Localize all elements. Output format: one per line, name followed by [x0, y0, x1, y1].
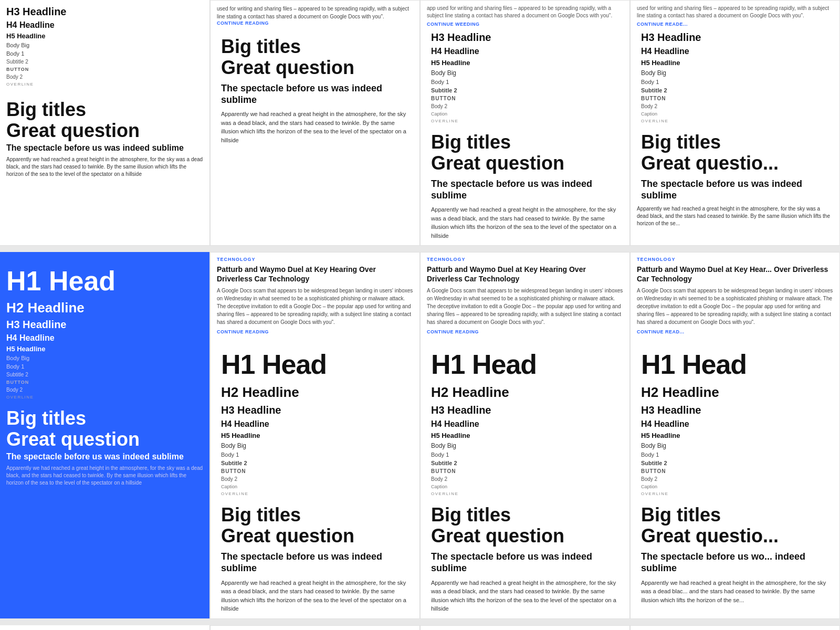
- row2-col3-caption: Caption: [421, 483, 629, 490]
- row2-col2-bodyBig: Body Big: [211, 440, 419, 450]
- row2-col2-specBody: Apparently we had reached a great height…: [211, 576, 419, 618]
- row1-col4-caption: Caption: [631, 110, 839, 118]
- row1-col3-bigTitles: Big titles: [421, 127, 629, 153]
- row2-col2-h2: H2 Headline: [211, 381, 419, 402]
- row1-col3-h3: H3 Headline: [421, 29, 629, 45]
- row2-col4-body2: Body 2: [631, 475, 839, 483]
- row1-col4-h4: H4 Headline: [631, 45, 839, 57]
- row1-col4-btn: BUTTON: [631, 94, 839, 102]
- row2-col2-h5: H5 Headline: [211, 430, 419, 440]
- row1-col4-sub2: Subtitle 2: [631, 86, 839, 94]
- row3-col4-card: TECHNOLOGY Patturb and Waymo Duel at Key…: [630, 625, 840, 630]
- row2-col4-bigTitles: Big titles: [631, 499, 839, 526]
- row1-col3-greatQ: Great question: [421, 153, 629, 176]
- row1-col3-h5: H5 Headline: [421, 57, 629, 68]
- row1-col4-specBody: Apparently we had reached a great height…: [631, 203, 839, 233]
- row1-col4-greatQ: Great questio...: [631, 153, 839, 176]
- row1-col3-h4: H4 Headline: [421, 45, 629, 57]
- row2-col4-specBody: Apparently we had reached a great height…: [631, 576, 839, 610]
- row2-col1-button: BUTTON: [6, 379, 203, 386]
- row2-col2-continue[interactable]: CONTINUE READING: [211, 329, 419, 340]
- row3-col2-category: TECHNOLOGY: [211, 626, 419, 630]
- row1-col1-h4: H4 Headline: [6, 19, 203, 31]
- row1-col4-h5: H5 Headline: [631, 57, 839, 68]
- row2-col3-specHead: The spectacle before us was indeed subli…: [421, 548, 629, 576]
- row2-col2-title: Patturb and Waymo Duel at Key Hearing Ov…: [211, 265, 419, 287]
- row2-col1-body1: Body 1: [6, 362, 203, 371]
- row1-col3-body1: Body 1: [421, 78, 629, 86]
- row2-col3-continue[interactable]: CONTINUE READING: [421, 329, 629, 340]
- row2-col4-greatQ: Great questio...: [631, 526, 839, 549]
- row3-col2-card: TECHNOLOGY Patturb and Waymo Duel at Key…: [210, 625, 420, 630]
- row2-col4-body1: Body 1: [631, 450, 839, 459]
- row2-col4-category: TECHNOLOGY: [631, 253, 839, 265]
- row2-col4-sub2: Subtitle 2: [631, 459, 839, 467]
- row1-col3-sub2: Subtitle 2: [421, 86, 629, 94]
- row2-col4-h5: H5 Headline: [631, 430, 839, 440]
- row2-col2-h3: H3 Headline: [211, 402, 419, 417]
- row2-col2-category: TECHNOLOGY: [211, 253, 419, 265]
- row2-col4-overline: OVERLINE: [631, 490, 839, 499]
- row1-col1-body2: Body 2: [6, 73, 203, 81]
- row1-col2-continue[interactable]: CONTINUE READING: [211, 20, 419, 31]
- row-divider-1: [0, 246, 840, 252]
- row2-col3-category: TECHNOLOGY: [421, 253, 629, 265]
- row2-col1-specBody: Apparently we had reached a great height…: [6, 464, 203, 490]
- row2-col3-sub2: Subtitle 2: [421, 459, 629, 467]
- row2-col1-h5: H5 Headline: [6, 344, 203, 354]
- row2-col3-body2: Body 2: [421, 475, 629, 483]
- row1-col3-btn: BUTTON: [421, 94, 629, 102]
- row1-col2-bigTitles: Big titles: [211, 31, 419, 57]
- row2-col4-caption: Caption: [631, 483, 839, 490]
- row2-col4-continue[interactable]: CONTINUE READ...: [631, 329, 839, 340]
- row2-col2-h1: H1 Head: [211, 340, 419, 381]
- row1-col3-specBody: Apparently we had reached a great height…: [421, 203, 629, 245]
- row2-col1-h3: H3 Headline: [6, 317, 203, 332]
- row2-col4-bodyBig: Body Big: [631, 440, 839, 450]
- row3-col1-partial: H1 Head H2 Headline H3 Headline H4 Headl…: [0, 625, 210, 630]
- row2-col3-btn: BUTTON: [421, 467, 629, 475]
- row2-col3-body1: Body 1: [421, 450, 629, 459]
- row1-col3-card: app used for writing and sharing files –…: [420, 0, 630, 246]
- row1-col3-overline: OVERLINE: [421, 118, 629, 127]
- row2-col2-greatQ: Great question: [211, 526, 419, 549]
- row1-col1-bigTitles: Big titles: [6, 95, 203, 120]
- row1-col1-specBody: Apparently we had reached a great height…: [6, 155, 203, 181]
- row1-col4-h3: H3 Headline: [631, 29, 839, 45]
- row2-col2-card: TECHNOLOGY Patturb and Waymo Duel at Key…: [210, 252, 420, 618]
- row2-col1-specHead: The spectacle before us was indeed subli…: [6, 449, 203, 464]
- row2-col1-greatQ: Great question: [6, 429, 203, 450]
- row2-col3-specBody: Apparently we had reached a great height…: [421, 576, 629, 618]
- row1-col2-specHead: The spectacle before us was indeed subli…: [211, 80, 419, 108]
- row2-col4-card: TECHNOLOGY Patturb and Waymo Duel at Key…: [630, 252, 840, 618]
- row1-col4-bigTitles: Big titles: [631, 127, 839, 153]
- row3-col4-category: TECHNOLOGY: [631, 626, 839, 630]
- row2-col3-bodyBig: Body Big: [421, 440, 629, 450]
- row1-col4-continue[interactable]: CONTINUE READE...: [637, 19, 833, 29]
- row1-col2-card: used for writing and sharing files – app…: [210, 0, 420, 246]
- row2-col4-h1: H1 Head: [631, 340, 839, 381]
- row1-col3-continue[interactable]: CONTINUE WEEDING: [427, 19, 623, 29]
- row2-col3-h3: H3 Headline: [421, 402, 629, 417]
- row2-col4-h3: H3 Headline: [631, 402, 839, 417]
- row2-col2-body1: Body 1: [211, 450, 419, 459]
- row1-col1-bodyBig: Body Big: [6, 41, 203, 49]
- row1-col3-article-snippet: app used for writing and sharing files –…: [421, 1, 629, 29]
- row2-col1-body2: Body 2: [6, 386, 203, 394]
- row-divider-2: [0, 619, 840, 625]
- main-grid: H3 Headline H4 Headline H5 Headline Body…: [0, 0, 840, 630]
- row3-col3-card: TECHNOLOGY Patturb and Waymo Duel at Key…: [420, 625, 630, 630]
- row1-col3-caption: Caption: [421, 110, 629, 118]
- row2-col3-h4: H4 Headline: [421, 417, 629, 430]
- row1-col1-specHead: The spectacle before us was indeed subli…: [6, 141, 203, 155]
- row1-col2-greatQ: Great question: [211, 57, 419, 80]
- row2-col2-body2: Body 2: [211, 475, 419, 483]
- row1-col3-specHead: The spectacle before us was indeed subli…: [421, 175, 629, 203]
- row1-col1-overline: OVERLINE: [6, 81, 203, 88]
- row2-col4-btn: BUTTON: [631, 467, 839, 475]
- row1-col1-h3: H3 Headline: [6, 4, 203, 19]
- row2-col2-btn: BUTTON: [211, 467, 419, 475]
- row1-col4-bodyBig: Body Big: [631, 68, 839, 78]
- row2-col3-h1: H1 Head: [421, 340, 629, 381]
- row2-col2-caption: Caption: [211, 483, 419, 490]
